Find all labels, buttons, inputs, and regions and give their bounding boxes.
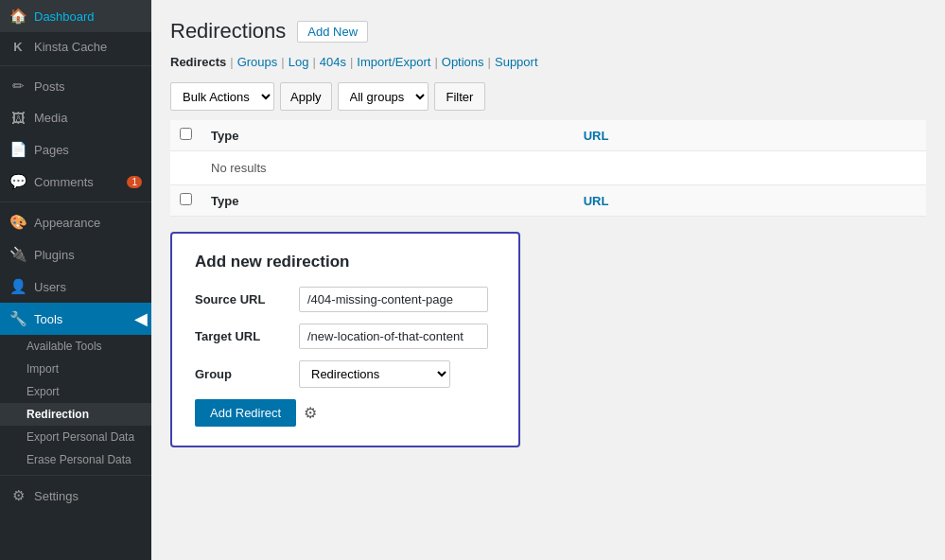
sidebar-item-label: Comments <box>34 175 94 189</box>
sidebar-divider-2 <box>0 201 151 202</box>
sidebar-item-label: Tools <box>34 312 62 326</box>
add-redirect-button[interactable]: Add Redirect <box>195 399 296 427</box>
kinsta-icon: K <box>9 40 26 54</box>
sidebar-item-label: Plugins <box>34 248 75 262</box>
sidebar-item-label: Settings <box>34 489 79 503</box>
sub-label: Import <box>26 362 59 376</box>
group-select[interactable]: Redirections <box>299 360 450 388</box>
panel-settings-icon[interactable]: ⚙ <box>304 404 317 422</box>
nav-link-support[interactable]: Support <box>495 55 538 69</box>
sidebar-sub-redirection[interactable]: Redirection <box>0 403 151 426</box>
sidebar-item-kinsta-cache[interactable]: K Kinsta Cache <box>0 32 151 61</box>
plugins-icon: 🔌 <box>9 246 26 263</box>
sidebar-item-label: Media <box>34 111 67 125</box>
table-row-footer: Type URL <box>170 185 926 217</box>
sidebar-item-posts[interactable]: ✏ Posts <box>0 70 151 102</box>
sub-label: Erase Personal Data <box>26 453 131 466</box>
main-content: Redirections Add New Redirects | Groups … <box>151 0 945 560</box>
panel-actions: Add Redirect ⚙ <box>195 399 496 427</box>
sidebar-item-dashboard[interactable]: 🏠 Dashboard <box>0 0 151 32</box>
toolbar: Bulk Actions Apply All groups Filter <box>170 82 926 111</box>
sidebar-item-label: Dashboard <box>34 9 95 24</box>
nav-link-options[interactable]: Options <box>442 55 484 69</box>
table-row-no-results: No results <box>170 151 926 185</box>
sub-label: Redirection <box>26 408 89 421</box>
sidebar-item-label: Kinsta Cache <box>34 40 107 54</box>
select-all-footer-checkbox[interactable] <box>180 193 192 205</box>
add-new-button[interactable]: Add New <box>297 21 368 43</box>
sub-label: Export <box>26 385 60 398</box>
sub-label: Available Tools <box>26 340 102 353</box>
sidebar-item-tools[interactable]: 🔧 Tools ◀ <box>0 303 151 335</box>
sidebar-item-comments[interactable]: 💬 Comments 1 <box>0 166 151 198</box>
table-footer-checkbox <box>170 185 201 217</box>
table-header-checkbox <box>170 120 201 151</box>
sidebar-item-media[interactable]: 🖼 Media <box>0 102 151 133</box>
sidebar-sub-export[interactable]: Export <box>0 380 151 403</box>
redirect-table: Type URL No results Type URL <box>170 120 926 217</box>
target-url-input[interactable] <box>299 324 488 349</box>
comments-icon: 💬 <box>9 173 26 190</box>
sidebar-sub-import[interactable]: Import <box>0 358 151 380</box>
comments-badge: 1 <box>127 176 142 188</box>
tools-arrow: ◀ <box>134 308 151 329</box>
sidebar-item-users[interactable]: 👤 Users <box>0 271 151 303</box>
no-results-text: No results <box>201 151 926 185</box>
source-url-label: Source URL <box>195 292 289 306</box>
table-header-url[interactable]: URL <box>574 120 926 151</box>
add-redirect-panel: Add new redirection Source URL Target UR… <box>170 232 520 447</box>
source-url-input[interactable] <box>299 287 488 312</box>
sidebar-item-label: Pages <box>34 143 69 157</box>
sidebar-divider-3 <box>0 475 151 476</box>
settings-icon: ⚙ <box>9 487 26 504</box>
table-header-type: Type <box>201 120 574 151</box>
sidebar-item-settings[interactable]: ⚙ Settings <box>0 480 151 512</box>
media-icon: 🖼 <box>9 110 26 126</box>
sub-label: Export Personal Data <box>26 430 134 444</box>
select-all-checkbox[interactable] <box>180 128 192 140</box>
sidebar-sub-available-tools[interactable]: Available Tools <box>0 335 151 358</box>
page-header: Redirections Add New <box>170 19 926 44</box>
sidebar-item-label: Posts <box>34 79 65 94</box>
sidebar-item-label: Appearance <box>34 216 100 230</box>
apply-button[interactable]: Apply <box>280 82 332 111</box>
nav-links: Redirects | Groups | Log | 404s | Import… <box>170 55 926 69</box>
sidebar-divider <box>0 65 151 66</box>
target-url-row: Target URL <box>195 324 496 349</box>
source-url-row: Source URL <box>195 287 496 312</box>
nav-link-redirects[interactable]: Redirects <box>170 55 226 69</box>
group-label: Group <box>195 367 289 381</box>
group-row: Group Redirections <box>195 360 496 388</box>
sidebar-item-pages[interactable]: 📄 Pages <box>0 133 151 166</box>
nav-link-404s[interactable]: 404s <box>320 55 346 69</box>
sidebar-sub-erase-personal-data[interactable]: Erase Personal Data <box>0 448 151 471</box>
dashboard-icon: 🏠 <box>9 8 26 25</box>
tools-icon: 🔧 <box>9 310 26 327</box>
nav-link-log[interactable]: Log <box>289 55 309 69</box>
table-footer-type: Type <box>201 185 574 217</box>
nav-link-groups[interactable]: Groups <box>237 55 278 69</box>
sidebar-item-plugins[interactable]: 🔌 Plugins <box>0 238 151 271</box>
nav-link-import-export[interactable]: Import/Export <box>357 55 430 69</box>
table-footer-url[interactable]: URL <box>574 185 926 217</box>
table-header-row: Type URL <box>170 120 926 151</box>
page-title: Redirections <box>170 19 286 44</box>
panel-title: Add new redirection <box>195 253 496 271</box>
target-url-label: Target URL <box>195 329 289 343</box>
sidebar-item-label: Users <box>34 280 66 294</box>
sidebar-item-appearance[interactable]: 🎨 Appearance <box>0 206 151 238</box>
sidebar: 🏠 Dashboard K Kinsta Cache ✏ Posts 🖼 Med… <box>0 0 151 560</box>
groups-select[interactable]: All groups <box>338 82 429 111</box>
filter-button[interactable]: Filter <box>434 82 486 111</box>
sidebar-sub-export-personal-data[interactable]: Export Personal Data <box>0 426 151 448</box>
table-cell-checkbox <box>170 151 201 185</box>
bulk-actions-select[interactable]: Bulk Actions <box>170 82 274 111</box>
pages-icon: 📄 <box>9 141 26 158</box>
users-icon: 👤 <box>9 278 26 295</box>
posts-icon: ✏ <box>9 78 26 95</box>
appearance-icon: 🎨 <box>9 214 26 231</box>
